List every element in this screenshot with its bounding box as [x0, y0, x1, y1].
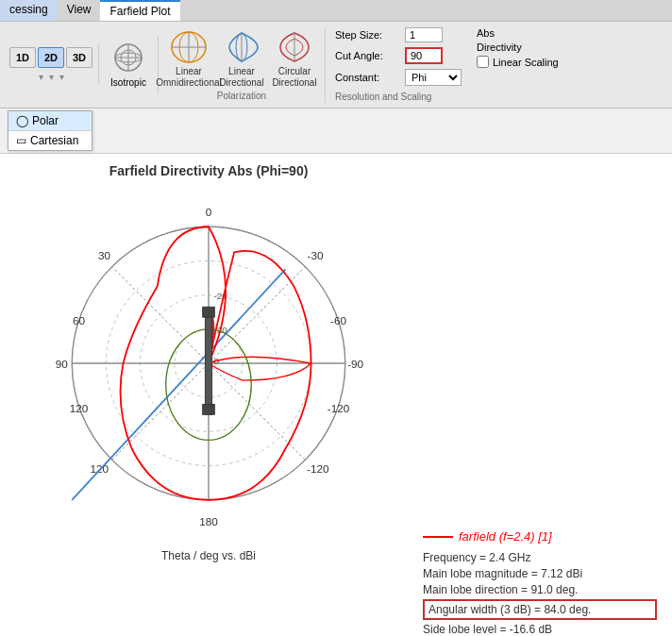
svg-text:90: 90 [56, 358, 69, 370]
svg-text:-90: -90 [347, 358, 363, 370]
view-dropdown: ◯ Polar ▭ Cartesian [8, 110, 92, 151]
directivity-label: Directivity [477, 42, 559, 53]
plot-title: Farfield Directivity Abs (Phi=90) [109, 163, 309, 178]
main-content: Farfield Directivity Abs (Phi=90) [0, 154, 672, 636]
svg-text:120: 120 [70, 402, 89, 414]
linear-scaling-label: Linear Scaling [493, 57, 559, 68]
constant-label: Constant: [335, 72, 401, 83]
linear-omni-icon [168, 28, 210, 66]
legend-dash [423, 536, 453, 538]
legend-text: farfield (f=2.4) [1] [459, 529, 552, 544]
isotropic-label: Isotropic [110, 77, 146, 89]
stats-area: farfield (f=2.4) [1] Frequency = 2.4 GHz… [408, 154, 672, 636]
menu-view[interactable]: View [58, 0, 101, 21]
isotropic-btn[interactable]: Isotropic [105, 38, 152, 92]
svg-rect-41 [203, 404, 215, 414]
step-size-label: Step Size: [335, 29, 401, 41]
linear-scaling-checkbox[interactable] [477, 56, 489, 68]
isotropic-icon [111, 41, 145, 77]
cartesian-label: Cartesian [30, 134, 78, 147]
legend: farfield (f=2.4) [1] [423, 529, 657, 544]
step-size-row: Step Size: [335, 27, 462, 42]
linear-directional-icon [221, 28, 262, 66]
svg-text:-120: -120 [328, 402, 350, 414]
dimension-section: 1D 2D 3D ▾ ▾ ▾ [4, 45, 99, 84]
svg-rect-40 [203, 307, 215, 317]
polar-label: Polar [32, 114, 59, 127]
btn-1d[interactable]: 1D [9, 47, 36, 68]
resolution-section: Step Size: Cut Angle: Constant: Phi Thet… [326, 24, 568, 106]
stat-angular-width-highlighted: Angular width (3 dB) = 84.0 deg. [423, 599, 657, 620]
plot-area: Farfield Directivity Abs (Phi=90) [0, 154, 408, 636]
circular-directional-label: CircularDirectional [272, 66, 316, 89]
polarization-group-label: Polarization [217, 91, 266, 101]
menu-processing[interactable]: cessing [0, 0, 58, 21]
cut-angle-row: Cut Angle: [335, 47, 462, 64]
btn-3d-label: ▾ [59, 72, 64, 82]
linear-omni-label: LinearOmnidirectional [156, 66, 221, 89]
btn-1d-label: ▾ [39, 72, 43, 82]
abs-label: Abs [477, 27, 559, 39]
step-size-input[interactable] [405, 27, 443, 42]
plot-xlabel: Theta / deg vs. dBi [161, 549, 256, 562]
circular-directional-btn[interactable]: CircularDirectional [270, 28, 319, 89]
svg-text:-30: -30 [308, 249, 324, 261]
cartesian-icon: ▭ [16, 134, 26, 147]
polar-icon: ◯ [16, 114, 28, 127]
stat-main-lobe-mag: Main lobe magnitude = 7.12 dBi [423, 567, 657, 580]
constant-row: Constant: Phi Theta [335, 69, 462, 86]
circular-directional-icon [274, 28, 315, 66]
polarization-section: LinearOmnidirectional LinearDirectional [159, 26, 326, 103]
stat-main-lobe-dir: Main lobe direction = 91.0 deg. [423, 583, 657, 596]
polarization-icons: LinearOmnidirectional LinearDirectional [164, 28, 319, 89]
polar-plot-svg: 0 180 90 -90 30 -30 120 -120 60 -60 120 … [29, 184, 388, 543]
linear-scaling-row: Linear Scaling [477, 56, 559, 68]
menu-bar: cessing View Farfield Plot [0, 0, 672, 22]
svg-text:-60: -60 [330, 314, 346, 326]
svg-text:180: 180 [199, 515, 218, 527]
linear-omni-btn[interactable]: LinearOmnidirectional [164, 28, 213, 89]
polar-plot-container: 0 180 90 -90 30 -30 120 -120 60 -60 120 … [29, 184, 388, 545]
cartesian-option[interactable]: ▭ Cartesian [8, 131, 92, 150]
svg-text:60: 60 [73, 314, 86, 326]
btn-2d-label: ▾ [49, 72, 54, 82]
linear-directional-btn[interactable]: LinearDirectional [217, 28, 266, 89]
linear-directional-label: LinearDirectional [219, 66, 263, 89]
isotropic-section: Isotropic [99, 36, 159, 93]
ribbon: 1D 2D 3D ▾ ▾ ▾ Isotropic [0, 22, 672, 109]
stat-side-lobe: Side lobe level = -16.6 dB [423, 623, 657, 636]
constant-select[interactable]: Phi Theta [405, 69, 462, 86]
stat-angular-width: Angular width (3 dB) = 84.0 deg. [428, 603, 591, 616]
svg-text:30: 30 [98, 249, 111, 261]
stat-frequency: Frequency = 2.4 GHz [423, 551, 657, 564]
resolution-group-label: Resolution and Scaling [335, 92, 431, 102]
view-options-bar: ◯ Polar ▭ Cartesian [0, 109, 672, 154]
polar-option[interactable]: ◯ Polar [8, 111, 92, 131]
btn-2d[interactable]: 2D [38, 47, 64, 68]
cut-angle-input[interactable] [405, 47, 443, 64]
svg-text:-120: -120 [307, 462, 329, 475]
svg-rect-39 [205, 312, 211, 415]
cut-angle-label: Cut Angle: [335, 50, 401, 61]
svg-text:0: 0 [206, 206, 212, 218]
btn-3d[interactable]: 3D [66, 47, 92, 68]
menu-farfield-plot[interactable]: Farfield Plot [100, 0, 179, 21]
